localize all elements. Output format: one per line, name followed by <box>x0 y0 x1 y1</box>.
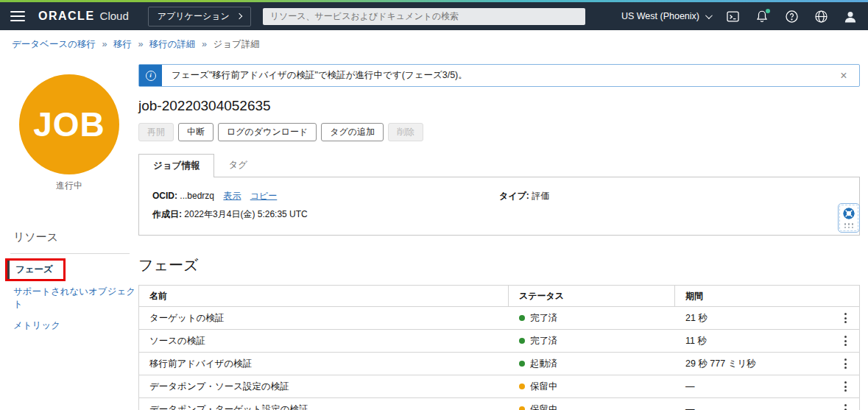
breadcrumb-link-migrations[interactable]: 移行 <box>113 39 132 49</box>
action-buttons: 再開 中断 ログのダウンロード タグの追加 削除 <box>138 123 860 141</box>
add-tags-button[interactable]: タグの追加 <box>321 123 384 141</box>
left-sidebar: JOB 進行中 リソース フェーズ サポートされないオブジェクト メトリック <box>0 58 138 410</box>
search-input[interactable] <box>263 8 585 25</box>
created-label: 作成日: <box>152 209 182 219</box>
status-dot <box>519 384 525 389</box>
status-text: 保留中 <box>530 403 558 410</box>
job-info-panel: OCID: ...bedrzq 表示 コピー 作成日: 2022年3月4日(金)… <box>138 177 860 236</box>
resume-button[interactable]: 再開 <box>138 123 174 141</box>
phase-duration: 29 秒 777 ミリ秒 <box>675 358 831 370</box>
ocid-show-link[interactable]: 表示 <box>223 191 241 201</box>
sidebar-item-metrics[interactable]: メトリック <box>0 315 138 336</box>
delete-button[interactable]: 削除 <box>388 123 423 141</box>
phase-status: 起動済 <box>509 358 675 370</box>
row-kebab-menu-icon[interactable] <box>841 310 850 326</box>
phase-name: データポンプ・ソース設定の検証 <box>139 381 509 393</box>
table-row[interactable]: データポンプ・ターゲット設定の検証 保留中 — <box>139 397 859 410</box>
column-header-name[interactable]: 名前 <box>139 286 509 306</box>
applications-label: アプリケーション <box>158 10 230 23</box>
table-row[interactable]: ソースの検証 完了済 11 秒 <box>139 329 859 352</box>
user-avatar-icon[interactable] <box>843 9 858 24</box>
chevron-down-icon <box>705 12 713 19</box>
phase-duration: — <box>675 404 831 410</box>
breadcrumb-link-migration-details[interactable]: 移行の詳細 <box>149 39 196 49</box>
language-globe-icon[interactable] <box>814 9 828 24</box>
job-avatar: JOB <box>19 74 119 174</box>
status-text: 起動済 <box>530 358 558 370</box>
lifebuoy-icon <box>842 207 855 220</box>
breadcrumb-separator: » <box>138 39 143 49</box>
region-selector[interactable]: US West (Phoenix) <box>621 11 710 21</box>
breadcrumb: データベースの移行 » 移行 » 移行の詳細 » ジョブ詳細 <box>0 30 868 58</box>
phase-duration: 11 秒 <box>675 335 831 347</box>
phases-section-title: フェーズ <box>138 255 860 275</box>
status-dot <box>519 361 525 367</box>
brand-oracle: ORACLE <box>38 10 95 23</box>
sidebar-item-unsupported-objects[interactable]: サポートされないオブジェクト <box>0 281 138 315</box>
divider <box>10 253 130 254</box>
phase-name: データポンプ・ターゲット設定の検証 <box>139 403 509 410</box>
appbar-right-group: US West (Phoenix) <box>621 9 858 24</box>
table-row[interactable]: データポンプ・ソース設定の検証 保留中 — <box>139 375 859 397</box>
status-text: 保留中 <box>530 381 558 393</box>
info-banner-strip: i <box>139 65 162 86</box>
table-row[interactable]: ターゲットの検証 完了済 21 秒 <box>139 306 859 329</box>
breadcrumb-separator: » <box>202 39 207 49</box>
breadcrumb-current: ジョブ詳細 <box>214 39 260 49</box>
phases-table-header: 名前 ステータス 期間 <box>139 286 859 306</box>
oracle-cloud-logo[interactable]: ORACLE Cloud <box>38 10 129 23</box>
brand-cloud: Cloud <box>100 10 129 22</box>
applications-menu-button[interactable]: アプリケーション <box>148 7 251 26</box>
status-dot <box>519 406 525 410</box>
hamburger-menu-icon[interactable] <box>10 11 25 21</box>
type-row: タイプ: 評価 <box>499 187 846 205</box>
breadcrumb-separator: » <box>102 39 107 49</box>
download-logs-button[interactable]: ログのダウンロード <box>218 123 317 141</box>
app-header: ORACLE Cloud アプリケーション US West (Phoenix) <box>0 2 868 30</box>
job-status-caption: 進行中 <box>0 180 138 192</box>
drag-handle-dots-icon[interactable] <box>844 223 854 228</box>
phase-status: 完了済 <box>509 312 675 325</box>
resources-heading: リソース <box>13 230 138 244</box>
phase-status: 保留中 <box>509 403 675 410</box>
job-avatar-text: JOB <box>33 105 105 144</box>
row-kebab-menu-icon[interactable] <box>841 356 850 372</box>
phase-duration: 21 秒 <box>675 312 831 325</box>
floating-help-widget[interactable] <box>838 203 860 233</box>
row-kebab-menu-icon[interactable] <box>841 333 850 349</box>
column-header-duration[interactable]: 期間 <box>675 290 831 303</box>
status-text: 完了済 <box>530 312 558 325</box>
phase-name: ソースの検証 <box>139 335 509 347</box>
banner-close-icon[interactable]: × <box>828 65 859 86</box>
job-info-right-column: タイプ: 評価 <box>499 187 846 224</box>
tab-tags[interactable]: タグ <box>214 154 261 177</box>
region-label: US West (Phoenix) <box>621 11 699 21</box>
type-value: 評価 <box>532 191 549 201</box>
phase-status: 保留中 <box>509 381 675 393</box>
phase-status: 完了済 <box>509 335 675 347</box>
ocid-value-text: ...bedrzq <box>180 191 214 201</box>
row-kebab-menu-icon[interactable] <box>841 401 850 410</box>
detail-tabs: ジョブ情報 タグ <box>138 154 860 177</box>
ocid-copy-link[interactable]: コピー <box>250 191 278 201</box>
chevron-right-icon <box>236 13 241 19</box>
job-info-left-column: OCID: ...bedrzq 表示 コピー 作成日: 2022年3月4日(金)… <box>152 187 499 224</box>
notification-badge <box>766 9 770 13</box>
notifications-bell-icon[interactable] <box>755 9 769 24</box>
abort-button[interactable]: 中断 <box>178 123 214 141</box>
table-row[interactable]: 移行前アドバイザの検証 起動済 29 秒 777 ミリ秒 <box>139 352 859 375</box>
type-label: タイプ: <box>499 191 529 201</box>
page-title: job-20220304052635 <box>138 98 860 114</box>
phase-name: 移行前アドバイザの検証 <box>139 358 509 370</box>
column-header-status[interactable]: ステータス <box>509 286 675 306</box>
row-kebab-menu-icon[interactable] <box>841 378 850 395</box>
tab-job-info[interactable]: ジョブ情報 <box>138 154 214 177</box>
help-icon[interactable] <box>784 9 799 24</box>
breadcrumb-link-database-migration[interactable]: データベースの移行 <box>12 39 96 49</box>
main-content: i フェーズ"移行前アドバイザの検証"で検証が進行中です(フェーズ3/5)。 ×… <box>138 58 860 410</box>
sidebar-item-phases[interactable]: フェーズ <box>7 261 63 279</box>
cloud-shell-icon[interactable] <box>725 9 740 24</box>
status-dot <box>519 338 525 344</box>
created-value: 2022年3月4日(金) 5:26:35 UTC <box>184 209 307 219</box>
status-text: 完了済 <box>530 335 558 347</box>
